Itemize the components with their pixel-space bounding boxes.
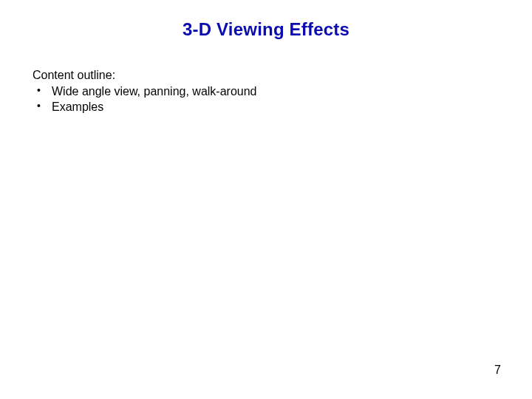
page-number: 7 xyxy=(494,364,501,377)
list-item: Wide angle view, panning, walk-around xyxy=(33,84,491,99)
bullet-list: Wide angle view, panning, walk-around Ex… xyxy=(33,84,491,115)
outline-label: Content outline: xyxy=(33,68,491,83)
slide-title: 3-D Viewing Effects xyxy=(0,19,532,40)
list-item: Examples xyxy=(33,100,491,115)
slide-body: Content outline: Wide angle view, pannin… xyxy=(33,68,491,115)
slide: 3-D Viewing Effects Content outline: Wid… xyxy=(0,0,532,399)
